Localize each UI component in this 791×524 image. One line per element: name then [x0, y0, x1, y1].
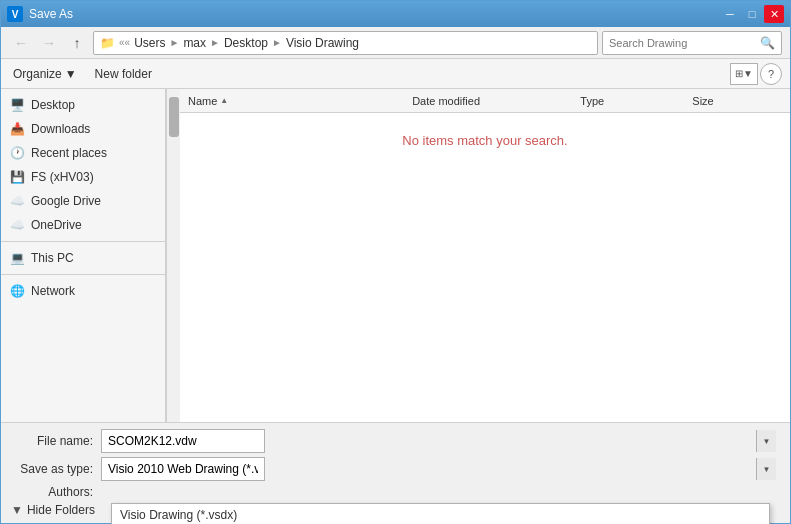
view-toggle-button[interactable]: ⊞ ▼	[730, 63, 758, 85]
view-chevron-icon: ▼	[743, 68, 753, 79]
authors-row: Authors:	[11, 485, 780, 499]
second-toolbar: Organize ▼ New folder ⊞ ▼ ?	[1, 59, 790, 89]
title-controls: ─ □ ✕	[720, 5, 784, 23]
filename-label: File name:	[11, 434, 101, 448]
sidebar-item-downloads[interactable]: 📥 Downloads	[1, 117, 165, 141]
sidebar-label-fs: FS (xHV03)	[31, 170, 94, 184]
sidebar-label-desktop: Desktop	[31, 98, 75, 112]
hide-folders-label: Hide Folders	[27, 503, 95, 517]
sidebar: 🖥️ Desktop 📥 Downloads 🕐 Recent places 💾…	[1, 89, 166, 422]
chevron-icon-3: ►	[272, 37, 282, 48]
organize-chevron-icon: ▼	[65, 67, 77, 81]
network-icon: 🌐	[9, 283, 25, 299]
navigation-toolbar: ← → ↑ 📁 «« Users ► max ► Desktop ► Visio…	[1, 27, 790, 59]
organize-button[interactable]: Organize ▼	[9, 65, 81, 83]
breadcrumb-visio[interactable]: Visio Drawing	[286, 36, 359, 50]
sidebar-label-recent: Recent places	[31, 146, 107, 160]
filename-input[interactable]	[101, 429, 265, 453]
downloads-icon: 📥	[9, 121, 25, 137]
search-box: 🔍	[602, 31, 782, 55]
column-date-modified[interactable]: Date modified	[412, 95, 580, 107]
chevron-icon-1: ►	[169, 37, 179, 48]
saveastype-wrapper: ▼	[101, 457, 780, 481]
content-area: Name ▲ Date modified Type Size No items …	[180, 89, 790, 422]
breadcrumb-users[interactable]: Users	[134, 36, 165, 50]
hide-folders-button[interactable]: ▼ Hide Folders	[11, 503, 95, 517]
breadcrumb-desktop[interactable]: Desktop	[224, 36, 268, 50]
close-button[interactable]: ✕	[764, 5, 784, 23]
filetype-dropdown: Visio Drawing (*.vsdx) Visio Stencil (*.…	[111, 503, 770, 524]
filename-dropdown-arrow[interactable]: ▼	[756, 430, 776, 452]
saveastype-row: Save as type: ▼	[11, 457, 780, 481]
minimize-button[interactable]: ─	[720, 5, 740, 23]
fs-icon: 💾	[9, 169, 25, 185]
column-type[interactable]: Type	[580, 95, 692, 107]
sort-arrow-icon: ▲	[220, 96, 228, 105]
sidebar-item-googledrive[interactable]: ☁️ Google Drive	[1, 189, 165, 213]
maximize-button[interactable]: □	[742, 5, 762, 23]
forward-button[interactable]: →	[37, 31, 61, 55]
breadcrumb-icon: 📁	[100, 36, 115, 50]
googledrive-icon: ☁️	[9, 193, 25, 209]
column-size[interactable]: Size	[692, 95, 782, 107]
dialog-title: Save As	[29, 7, 73, 21]
search-icon: 🔍	[760, 36, 775, 50]
onedrive-icon: ☁️	[9, 217, 25, 233]
sidebar-item-recent[interactable]: 🕐 Recent places	[1, 141, 165, 165]
file-list: No items match your search.	[180, 113, 790, 422]
sidebar-label-googledrive: Google Drive	[31, 194, 101, 208]
title-bar-left: V Save As	[7, 6, 73, 22]
hide-folders-icon: ▼	[11, 503, 23, 517]
sidebar-label-onedrive: OneDrive	[31, 218, 82, 232]
column-headers: Name ▲ Date modified Type Size	[180, 89, 790, 113]
organize-label: Organize	[13, 67, 62, 81]
chevron-icon-2: ►	[210, 37, 220, 48]
app-icon: V	[7, 6, 23, 22]
sidebar-item-fs[interactable]: 💾 FS (xHV03)	[1, 165, 165, 189]
title-bar: V Save As ─ □ ✕	[1, 1, 790, 27]
recent-icon: 🕐	[9, 145, 25, 161]
scrollbar-thumb	[169, 97, 179, 137]
filename-input-wrapper: ▼	[101, 429, 780, 453]
sidebar-separator-2	[1, 274, 165, 275]
back-button[interactable]: ←	[9, 31, 33, 55]
form-container: File name: ▼ Save as type: ▼ Authors:	[11, 429, 780, 499]
sidebar-label-network: Network	[31, 284, 75, 298]
authors-label: Authors:	[11, 485, 101, 499]
main-content: 🖥️ Desktop 📥 Downloads 🕐 Recent places 💾…	[1, 89, 790, 422]
bottom-panel: File name: ▼ Save as type: ▼ Authors:	[1, 422, 790, 523]
breadcrumb-separator: ««	[119, 37, 130, 48]
help-button[interactable]: ?	[760, 63, 782, 85]
no-items-message: No items match your search.	[402, 133, 567, 148]
sidebar-item-desktop[interactable]: 🖥️ Desktop	[1, 93, 165, 117]
new-folder-button[interactable]: New folder	[89, 65, 158, 83]
dropdown-item-vsdx[interactable]: Visio Drawing (*.vsdx)	[112, 504, 769, 524]
column-name[interactable]: Name ▲	[188, 95, 412, 107]
thispc-icon: 💻	[9, 250, 25, 266]
search-input[interactable]	[609, 37, 756, 49]
sidebar-item-onedrive[interactable]: ☁️ OneDrive	[1, 213, 165, 237]
sidebar-label-downloads: Downloads	[31, 122, 90, 136]
view-buttons: ⊞ ▼ ?	[730, 63, 782, 85]
save-as-dialog: V Save As ─ □ ✕ ← → ↑ 📁 «« Users ► max ►…	[0, 0, 791, 524]
saveastype-label: Save as type:	[11, 462, 101, 476]
filename-row: File name: ▼	[11, 429, 780, 453]
saveastype-dropdown-arrow[interactable]: ▼	[756, 458, 776, 480]
desktop-icon: 🖥️	[9, 97, 25, 113]
sidebar-separator	[1, 241, 165, 242]
sidebar-scrollbar[interactable]	[166, 89, 180, 422]
breadcrumb-max[interactable]: max	[183, 36, 206, 50]
up-button[interactable]: ↑	[65, 31, 89, 55]
breadcrumb[interactable]: 📁 «« Users ► max ► Desktop ► Visio Drawi…	[93, 31, 598, 55]
saveastype-input[interactable]	[101, 457, 265, 481]
sidebar-item-network[interactable]: 🌐 Network	[1, 279, 165, 303]
sidebar-label-thispc: This PC	[31, 251, 74, 265]
sidebar-item-thispc[interactable]: 💻 This PC	[1, 246, 165, 270]
